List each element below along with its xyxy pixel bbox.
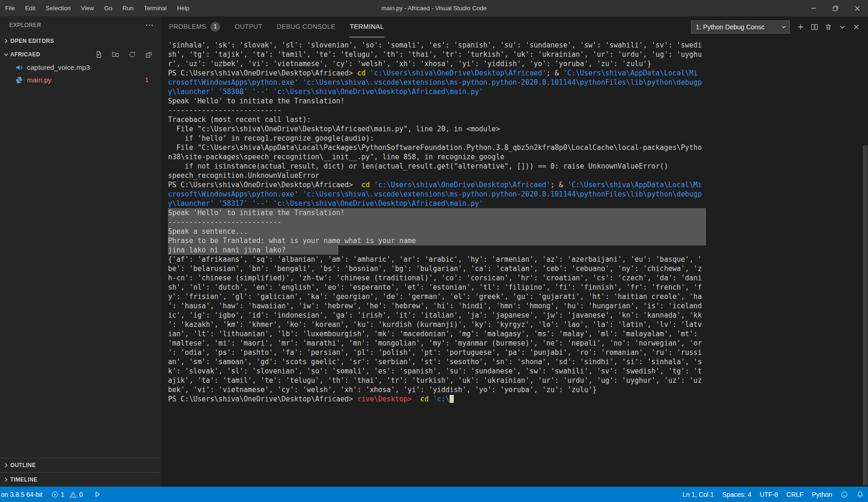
terminal-line: Speak a sentence... (168, 227, 706, 236)
terminal-area[interactable]: 'sinhala', 'sk': 'slovak', 'sl': 'sloven… (161, 37, 868, 487)
terminal-line: PS C:\Users\shiva\OneDrive\Desktop\Afric… (168, 394, 706, 404)
statusbar-right: Ln 1, Col 1 Spaces: 4 UTF-8 CRLF Python (678, 487, 868, 502)
file-name: captured_voice.mp3 (27, 63, 90, 71)
terminal-line: bek', 'vi': 'vietnamese', 'cy': 'welsh',… (168, 385, 706, 394)
minimize-button[interactable] (802, 0, 824, 16)
notifications-button[interactable] (852, 487, 868, 502)
panel-actions: 1: Python Debug Consc (691, 20, 863, 34)
error-icon (51, 491, 59, 498)
menu-go[interactable]: Go (99, 0, 117, 16)
cursor-position-status[interactable]: Ln 1, Col 1 (678, 487, 718, 502)
terminal-line: ajik', 'ta': 'tamil', 'te': 'telugu', 't… (168, 376, 706, 385)
file-main-py[interactable]: main.py 1 (0, 74, 161, 86)
language-mode-status[interactable]: Python (807, 487, 836, 502)
tab-problems[interactable]: PROBLEMS 1 (168, 16, 221, 37)
refresh-icon[interactable] (128, 50, 136, 59)
titlebar: File Edit Selection View Go Run Terminal… (0, 0, 868, 16)
terminal-line: if not isinstance(actual_result, dict) o… (168, 162, 706, 171)
terminal-line: ': 'odia', 'ps': 'pashto', 'fa': 'persia… (168, 348, 706, 357)
menu-selection[interactable]: Selection (40, 0, 75, 16)
terminal-line: sh', 'nl': 'dutch', 'en': 'english', 'eo… (168, 283, 706, 292)
explorer-header: EXPLORER ⋯ (0, 16, 161, 34)
new-file-icon[interactable] (94, 50, 103, 59)
timeline-section[interactable]: TIMELINE (0, 472, 161, 487)
restore-button[interactable] (824, 0, 846, 16)
new-terminal-button[interactable] (794, 20, 807, 34)
terminal-line: y\launcher' '58308' '--' 'c:\Users\shiva… (168, 87, 706, 96)
menu-file[interactable]: File (0, 0, 20, 16)
terminal-line: crosoft\WindowsApps\python.exe' 'c:\User… (168, 78, 706, 87)
terminal-line: y': 'frisian', 'gl': 'galician', 'ka': '… (168, 292, 706, 301)
terminal-line: 'sinhala', 'sk': 'slovak', 'sl': 'sloven… (168, 41, 706, 50)
terminal-line: PS C:\Users\shiva\OneDrive\Desktop\Afric… (168, 68, 706, 78)
terminal-line: PS C:\Users\shiva\OneDrive\Desktop\Afric… (168, 180, 706, 190)
terminal-line: r', 'uz': 'uzbek', 'vi': 'vietnamese', '… (168, 59, 706, 68)
scrollbar-thumb[interactable] (863, 145, 868, 485)
chevron-down-icon (839, 23, 846, 31)
file-name: main.py (27, 76, 52, 84)
terminal-line: ': 'kazakh', 'km': 'khmer', 'ko': 'korea… (168, 320, 706, 329)
audio-icon (15, 63, 23, 72)
terminal-line: speech_recognition.UnknownValueError (168, 171, 706, 180)
eol-status[interactable]: CRLF (782, 487, 808, 502)
terminal-content: 'sinhala', 'sk': 'slovak', 'sl': 'sloven… (168, 41, 706, 404)
explorer-sidebar: EXPLORER ⋯ OPEN EDITORS AFRICAED (0, 16, 161, 487)
kill-terminal-button[interactable] (821, 20, 835, 34)
play-icon (94, 491, 101, 498)
indentation-status[interactable]: Spaces: 4 (718, 487, 755, 502)
trash-icon (825, 23, 832, 31)
python-interpreter-status[interactable]: on 3.8.5 64-bit (0, 487, 47, 502)
menu-help[interactable]: Help (172, 0, 195, 16)
menubar: File Edit Selection View Go Run Terminal… (0, 0, 195, 16)
terminal-line: {'af': 'afrikaans', 'sq': 'albanian', 'a… (168, 255, 706, 264)
file-captured-voice-mp3[interactable]: captured_voice.mp3 (0, 61, 161, 74)
window-controls (802, 0, 868, 16)
menu-view[interactable]: View (76, 0, 99, 16)
tab-output[interactable]: OUTPUT (234, 16, 262, 37)
problems-status[interactable]: 1 0 (47, 487, 87, 502)
run-python-file-button[interactable] (90, 487, 105, 502)
feedback-button[interactable] (836, 487, 852, 502)
terminal-line: sh', 'tg': 'tajik', 'ta': 'tamil', 'te':… (168, 50, 706, 59)
close-icon (854, 5, 861, 12)
chevron-right-icon (2, 461, 10, 469)
close-button[interactable] (846, 0, 868, 16)
restore-icon (832, 5, 839, 12)
problems-count-badge: 1 (210, 22, 220, 32)
chevron-right-icon (2, 37, 10, 45)
close-icon (853, 23, 860, 31)
menu-run[interactable]: Run (117, 0, 139, 16)
terminal-line: ': 'hausa', 'haw': 'hawaiian', 'iw': 'he… (168, 301, 706, 311)
error-count-badge: 1 (145, 76, 148, 83)
folder-section-africaed[interactable]: AFRICAED (0, 47, 161, 61)
collapse-all-icon[interactable] (145, 50, 153, 59)
more-actions-icon[interactable]: ⋯ (145, 20, 154, 30)
tab-debug-console[interactable]: DEBUG CONSOLE (276, 16, 336, 37)
chevron-right-icon (2, 475, 10, 484)
terminal-scrollbar[interactable] (862, 37, 868, 487)
menu-terminal[interactable]: Terminal (139, 0, 172, 16)
terminal-line: Phrase to be Tranlated: what is your nam… (168, 236, 706, 245)
sidebar-bottom-sections: OUTLINE TIMELINE (0, 458, 161, 487)
terminal-line: --------------------------- (168, 217, 706, 227)
warning-icon (69, 491, 77, 498)
terminal-line: --------------------------- (168, 106, 706, 115)
menu-edit[interactable]: Edit (20, 0, 40, 16)
terminal-panel: PROBLEMS 1 OUTPUT DEBUG CONSOLE TERMINAL (161, 16, 868, 487)
terminal-picker-dropdown[interactable]: 1: Python Debug Consc (691, 20, 790, 34)
explorer-title: EXPLORER (9, 22, 41, 28)
open-editors-section[interactable]: OPEN EDITORS (0, 34, 161, 47)
panel-header: PROBLEMS 1 OUTPUT DEBUG CONSOLE TERMINAL (161, 16, 868, 37)
new-folder-icon[interactable] (111, 50, 120, 59)
folder-actions (94, 50, 161, 59)
terminal-line: 'maltese', 'mi': 'maori', 'mr': 'marathi… (168, 339, 706, 348)
feedback-smiley-icon (841, 491, 848, 498)
close-panel-button[interactable] (849, 20, 863, 34)
encoding-status[interactable]: UTF-8 (755, 487, 782, 502)
outline-section[interactable]: OUTLINE (0, 458, 161, 472)
split-terminal-button[interactable] (807, 20, 821, 34)
minimize-icon (810, 5, 817, 12)
toggle-panel-size-button[interactable] (835, 20, 849, 34)
terminal-line: ic', 'ig': 'igbo', 'id': 'indonesian', '… (168, 311, 706, 320)
tab-terminal[interactable]: TERMINAL (350, 16, 384, 37)
